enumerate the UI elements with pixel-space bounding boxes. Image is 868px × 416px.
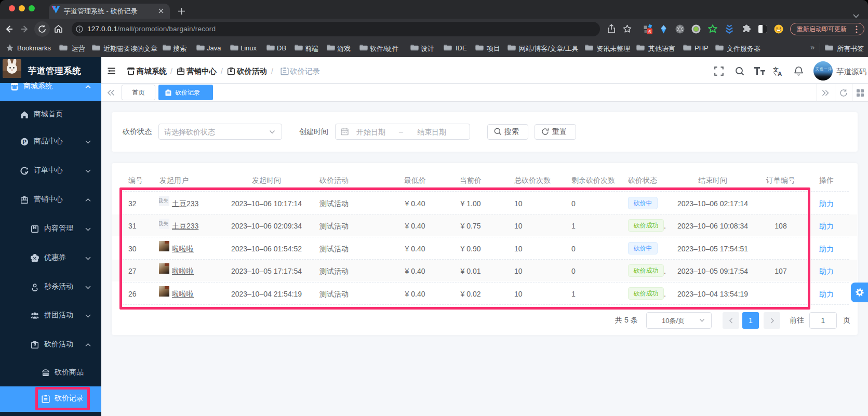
svg-text:A: A: [778, 71, 782, 76]
svg-text:P: P: [22, 139, 26, 145]
svg-text:6: 6: [648, 29, 651, 34]
